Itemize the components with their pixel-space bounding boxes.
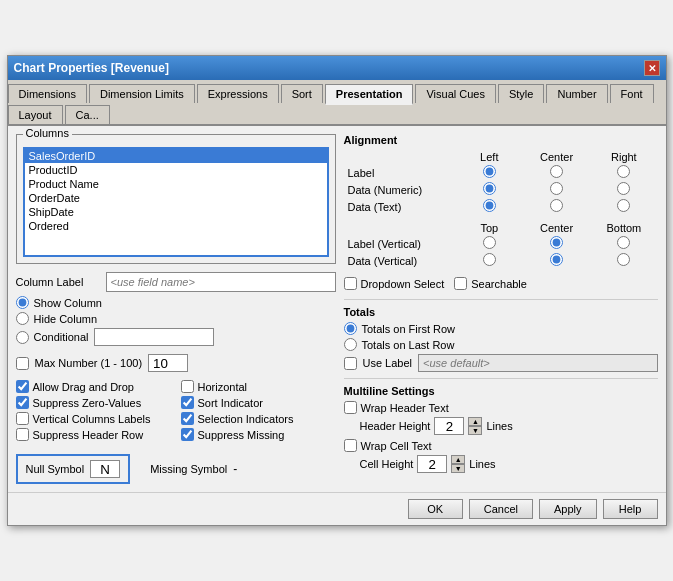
tab-sort[interactable]: Sort bbox=[281, 84, 323, 103]
horizontal-checkbox[interactable] bbox=[181, 380, 194, 393]
close-button[interactable]: ✕ bbox=[644, 60, 660, 76]
list-item[interactable]: Product Name bbox=[25, 177, 327, 191]
sort-indicator-checkbox[interactable] bbox=[181, 396, 194, 409]
numeric-left-radio[interactable] bbox=[483, 182, 496, 195]
table-row: Data (Numeric) bbox=[344, 181, 658, 198]
help-button[interactable]: Help bbox=[603, 499, 658, 519]
wrap-header-label: Wrap Header Text bbox=[361, 402, 449, 414]
vlabel-center-radio[interactable] bbox=[550, 236, 563, 249]
header-height-label: Header Height bbox=[360, 420, 431, 432]
numeric-right-radio[interactable] bbox=[617, 182, 630, 195]
ok-button[interactable]: OK bbox=[408, 499, 463, 519]
label-right-radio[interactable] bbox=[617, 165, 630, 178]
header-height-up[interactable]: ▲ bbox=[468, 417, 482, 426]
totals-last-radio[interactable] bbox=[344, 338, 357, 351]
tab-presentation[interactable]: Presentation bbox=[325, 84, 414, 105]
dropdown-select-checkbox[interactable] bbox=[344, 277, 357, 290]
tab-font[interactable]: Font bbox=[610, 84, 654, 103]
alignment-title: Alignment bbox=[344, 134, 658, 146]
totals-title: Totals bbox=[344, 306, 658, 318]
tab-style[interactable]: Style bbox=[498, 84, 544, 103]
use-label-checkbox[interactable] bbox=[344, 357, 357, 370]
tab-expressions[interactable]: Expressions bbox=[197, 84, 279, 103]
vdata-center-radio[interactable] bbox=[550, 253, 563, 266]
list-item[interactable]: Ordered bbox=[25, 219, 327, 233]
tab-dimensions[interactable]: Dimensions bbox=[8, 84, 87, 103]
conditional-label: Conditional bbox=[34, 331, 89, 343]
suppress-missing-checkbox[interactable] bbox=[181, 428, 194, 441]
table-row: Data (Text) bbox=[344, 198, 658, 215]
tab-layout[interactable]: Layout bbox=[8, 105, 63, 124]
wrap-cell-checkbox[interactable] bbox=[344, 439, 357, 452]
wrap-cell-row: Wrap Cell Text bbox=[344, 439, 658, 452]
label-center-radio[interactable] bbox=[550, 165, 563, 178]
cell-height-spinner[interactable]: ▲ ▼ bbox=[451, 455, 465, 473]
vlabel-bottom-radio[interactable] bbox=[617, 236, 630, 249]
tab-dimension-limits[interactable]: Dimension Limits bbox=[89, 84, 195, 103]
header-height-down[interactable]: ▼ bbox=[468, 426, 482, 435]
dropdown-select-row: Dropdown Select bbox=[344, 277, 445, 290]
label-left-radio[interactable] bbox=[483, 165, 496, 178]
suppress-zero-row: Suppress Zero-Values bbox=[16, 396, 171, 409]
searchable-row: Searchable bbox=[454, 277, 527, 290]
null-symbol-box: Null Symbol bbox=[16, 454, 131, 484]
show-column-label: Show Column bbox=[34, 297, 102, 309]
totals-last-row: Totals on Last Row bbox=[344, 338, 658, 351]
suppress-header-checkbox[interactable] bbox=[16, 428, 29, 441]
column-label-row: Column Label bbox=[16, 272, 336, 292]
cell-height-up[interactable]: ▲ bbox=[451, 455, 465, 464]
tabs-container: Dimensions Dimension Limits Expressions … bbox=[8, 80, 666, 126]
text-right-radio[interactable] bbox=[617, 199, 630, 212]
cell-height-down[interactable]: ▼ bbox=[451, 464, 465, 473]
allow-drag-checkbox[interactable] bbox=[16, 380, 29, 393]
column-label-input[interactable] bbox=[106, 272, 336, 292]
conditional-radio[interactable] bbox=[16, 331, 29, 344]
apply-button[interactable]: Apply bbox=[539, 499, 597, 519]
totals-section: Totals Totals on First Row Totals on Las… bbox=[344, 306, 658, 372]
max-number-input[interactable] bbox=[148, 354, 188, 372]
suppress-zero-checkbox[interactable] bbox=[16, 396, 29, 409]
vdata-bottom-radio[interactable] bbox=[617, 253, 630, 266]
vertical-columns-checkbox[interactable] bbox=[16, 412, 29, 425]
max-number-checkbox[interactable] bbox=[16, 357, 29, 370]
table-row: Data (Vertical) bbox=[344, 252, 658, 269]
tab-number[interactable]: Number bbox=[546, 84, 607, 103]
data-text-label: Data (Text) bbox=[344, 198, 456, 215]
vlabel-top-radio[interactable] bbox=[483, 236, 496, 249]
columns-list[interactable]: SalesOrderID ProductID Product Name Orde… bbox=[23, 147, 329, 257]
cell-height-input[interactable] bbox=[417, 455, 447, 473]
cell-height-unit: Lines bbox=[469, 458, 495, 470]
list-item[interactable]: OrderDate bbox=[25, 191, 327, 205]
cancel-button[interactable]: Cancel bbox=[469, 499, 533, 519]
conditional-input[interactable] bbox=[94, 328, 214, 346]
list-item[interactable]: ProductID bbox=[25, 163, 327, 177]
null-symbol-label: Null Symbol bbox=[26, 463, 85, 475]
wrap-header-checkbox[interactable] bbox=[344, 401, 357, 414]
list-item[interactable]: ShipDate bbox=[25, 205, 327, 219]
vdata-top-radio[interactable] bbox=[483, 253, 496, 266]
totals-first-radio[interactable] bbox=[344, 322, 357, 335]
suppress-header-label: Suppress Header Row bbox=[33, 429, 144, 441]
text-center-radio[interactable] bbox=[550, 199, 563, 212]
header-height-spinner[interactable]: ▲ ▼ bbox=[468, 417, 482, 435]
cell-height-row: Cell Height ▲ ▼ Lines bbox=[360, 455, 658, 473]
selection-indicators-checkbox[interactable] bbox=[181, 412, 194, 425]
null-symbol-input[interactable] bbox=[90, 460, 120, 478]
searchable-checkbox[interactable] bbox=[454, 277, 467, 290]
align-center-header: Center bbox=[523, 150, 590, 164]
dropdown-select-label: Dropdown Select bbox=[361, 278, 445, 290]
table-row: Label bbox=[344, 164, 658, 181]
header-height-input[interactable] bbox=[434, 417, 464, 435]
text-left-radio[interactable] bbox=[483, 199, 496, 212]
use-label-input[interactable] bbox=[418, 354, 657, 372]
footer: OK Cancel Apply Help bbox=[8, 492, 666, 525]
numeric-center-radio[interactable] bbox=[550, 182, 563, 195]
tab-ca[interactable]: Ca... bbox=[65, 105, 110, 124]
hide-column-radio[interactable] bbox=[16, 312, 29, 325]
tab-visual-cues[interactable]: Visual Cues bbox=[415, 84, 496, 103]
list-item[interactable]: SalesOrderID bbox=[25, 149, 327, 163]
column-label-text: Column Label bbox=[16, 276, 106, 288]
divider bbox=[344, 299, 658, 300]
show-column-radio[interactable] bbox=[16, 296, 29, 309]
columns-group: Columns SalesOrderID ProductID Product N… bbox=[16, 134, 336, 264]
